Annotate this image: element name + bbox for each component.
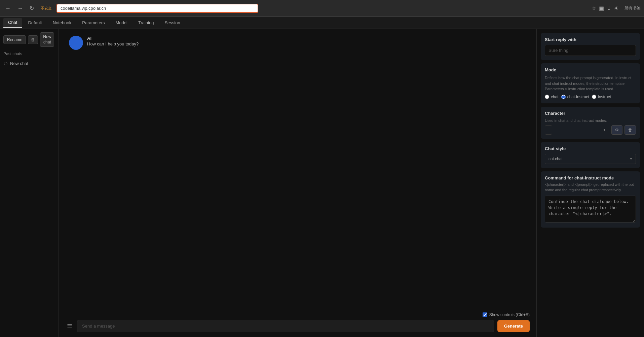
command-title: Command for chat-instruct mode [545,175,636,180]
character-title: Character [545,111,636,116]
mode-section: Mode Defines how the chat prompt is gene… [541,63,640,103]
mode-label-chat: chat [551,95,559,99]
command-textarea[interactable]: Continue the chat dialogue below. Write … [545,196,636,223]
right-panel: Start reply with Mode Defines how the ch… [536,29,644,337]
character-subtitle: Used in chat and chat-instruct modes. [545,119,636,123]
hamburger-button[interactable]: ☰ [66,321,74,331]
start-reply-section: Start reply with [541,33,640,60]
chat-list-label: New chat [10,61,28,66]
tab-notebook[interactable]: Notebook [48,18,76,27]
chat-style-select[interactable]: cai-chat [545,154,636,164]
mode-option-chat-instruct[interactable]: chat-instruct [561,95,589,99]
input-row: ☰ Generate [66,320,530,332]
rename-button[interactable]: Rename [3,35,26,44]
command-description: <|character|> and <|prompt|> get replace… [545,182,636,193]
address-bar[interactable] [56,4,258,13]
message-input[interactable] [77,320,494,332]
character-select[interactable] [545,125,552,135]
mode-label-instruct: instruct [598,95,611,99]
refresh-button[interactable]: ↻ [28,4,36,13]
tab-model[interactable]: Model [111,18,132,27]
show-controls-checkbox[interactable] [483,312,487,317]
mode-title: Mode [545,67,636,72]
message-sender: AI [87,36,139,41]
browser-toolbar-icons: ☆ ▣ ⇣ ☀ [592,5,618,11]
chat-input-area: Show controls (Ctrl+S) ☰ Generate [59,309,536,337]
profile-icon[interactable]: ☀ [614,5,618,11]
message-content: AI How can I help you today? [87,36,139,46]
mode-option-instruct[interactable]: instruct [592,95,611,99]
mode-description: Defines how the chat prompt is generated… [545,75,636,92]
star-icon[interactable]: ☆ [592,5,596,11]
command-section: Command for chat-instruct mode <|charact… [541,171,640,228]
security-warning: 不安全 [39,5,54,12]
tab-chat[interactable]: Chat [3,18,22,28]
mode-radio-instruct[interactable] [592,95,596,99]
past-chats-label: Past chats [3,52,55,56]
character-section: Character Used in chat and chat-instruct… [541,107,640,139]
mode-option-chat[interactable]: chat [545,95,559,99]
tab-session[interactable]: Session [160,18,185,27]
show-controls-row: Show controls (Ctrl+S) [66,312,530,317]
list-item[interactable]: New chat [3,60,55,67]
back-button[interactable]: ← [3,4,13,13]
delete-button[interactable]: 🗑 [28,35,38,44]
mode-radio-chat[interactable] [545,95,549,99]
character-edit-button[interactable]: ⚙ [611,125,622,135]
extension-icon[interactable]: ▣ [599,5,604,11]
bookmarks-label[interactable]: 所有书签 [624,5,641,11]
chat-style-section: Chat style cai-chat [541,142,640,168]
chat-area: AI How can I help you today? Show contro… [59,29,536,337]
downloads-icon[interactable]: ⇣ [607,5,611,11]
tab-training[interactable]: Training [134,18,158,27]
start-reply-title: Start reply with [545,37,636,42]
new-chat-button[interactable]: New chat [40,32,54,47]
sidebar: Rename 🗑 New chat Past chats New chat [0,29,59,337]
main-layout: Rename 🗑 New chat Past chats New chat AI… [0,29,644,337]
chat-messages: AI How can I help you today? [59,29,536,309]
message-row: AI How can I help you today? [69,36,526,50]
tab-parameters[interactable]: Parameters [77,18,109,27]
avatar [69,36,83,50]
character-delete-button[interactable]: 🗑 [624,125,636,135]
chat-style-title: Chat style [545,146,636,151]
tab-bar: Chat Default Notebook Parameters Model T… [0,17,644,29]
mode-radio-chat-instruct[interactable] [561,95,566,99]
mode-label-chat-instruct: chat-instruct [567,95,589,99]
start-reply-input[interactable] [545,45,636,56]
forward-button[interactable]: → [15,4,25,13]
mode-options: chat chat-instruct instruct [545,95,636,99]
browser-chrome: ← → ↻ 不安全 ☆ ▣ ⇣ ☀ 所有书签 [0,0,644,17]
chat-style-wrapper: cai-chat [545,154,636,164]
generate-button[interactable]: Generate [497,320,530,332]
sidebar-toolbar: Rename 🗑 New chat [3,32,55,47]
chat-dot [4,62,7,65]
message-text: How can I help you today? [87,41,139,46]
tab-default[interactable]: Default [23,18,46,27]
show-controls-label: Show controls (Ctrl+S) [489,312,530,317]
character-row: ⚙ 🗑 [545,125,636,135]
